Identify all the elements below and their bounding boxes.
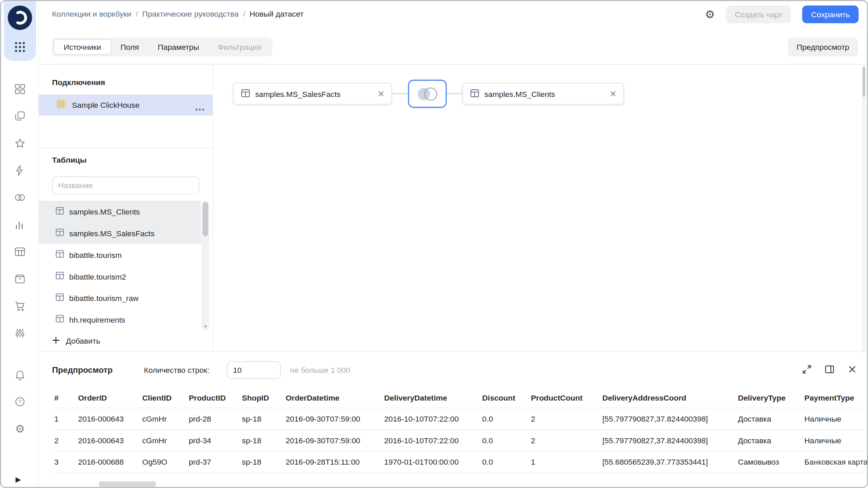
column-header: DeliveryType [738,393,804,402]
breadcrumb-separator: / [136,9,138,18]
table-icon [55,206,64,217]
add-table-button[interactable]: Добавить [52,331,100,350]
sources-side-panel: Подключения Sample ClickHouse Таблицы [39,65,213,351]
table-search-input[interactable] [52,177,199,194]
clickhouse-icon [57,99,66,111]
apps-grid-icon[interactable] [14,41,26,53]
table-list-item[interactable]: bibattle.tourism_raw [39,287,201,309]
rail-nav [14,83,26,339]
dock-preview-icon[interactable] [824,364,835,374]
notifications-bell-icon[interactable] [14,368,26,381]
table-cell: 0.0 [482,414,531,423]
table-cell: sp-18 [242,436,285,445]
help-icon[interactable]: ? [14,395,26,408]
connection-menu-dots-icon[interactable] [195,103,205,113]
table-icon [55,228,64,239]
table-icon [470,88,479,99]
table-name: samples.MS_Clients [69,207,140,216]
connections-title: Подключения [52,78,105,87]
row-count-input[interactable] [227,361,280,379]
save-button[interactable]: Сохранить [802,5,859,23]
table-cell: 0.0 [482,458,531,466]
remove-source-icon[interactable] [378,91,384,97]
source-node-salesfacts[interactable]: samples.MS_SalesFacts [233,83,392,105]
source-node-label: samples.MS_Clients [485,89,555,98]
breadcrumb: Коллекции и воркбуки / Практические руко… [52,9,303,18]
tab-fields[interactable]: Поля [111,39,149,55]
preview-toggle-button[interactable]: Предпросмотр [788,38,858,57]
connection-item-sample-clickhouse[interactable]: Sample ClickHouse [39,95,213,116]
table-cell: 1970-01-01T00:00:00 [384,458,482,466]
dataset-tabs: Источники Поля Параметры Фильтрация [52,38,272,57]
column-header: # [54,393,78,402]
table-name: bibattle.tourism [69,250,122,259]
marketplace-cart-icon[interactable] [14,300,26,312]
favorites-star-icon[interactable] [14,137,26,149]
storage-folder-icon[interactable] [14,273,26,285]
column-header: PaymentType [804,393,867,402]
column-header: OrderDatetime [285,393,384,402]
table-cell: 2016-000643 [78,414,142,423]
row-count-label: Количество строк: [144,366,210,374]
preview-table-header: #OrderIDClientIDProductIDShopIDOrderDate… [54,387,867,408]
table-cell: 2016-000688 [78,458,142,466]
close-preview-icon[interactable] [847,364,857,374]
table-list-item[interactable]: bibattle.tourism [39,244,201,266]
datalens-logo-icon[interactable] [8,5,32,30]
datasets-rings-icon[interactable] [14,191,26,204]
join-type-button[interactable] [408,80,447,108]
table-list-item[interactable]: bibattle.tourism2 [39,266,201,287]
tab-filtering[interactable]: Фильтрация [209,39,271,55]
table-cell: [55.797790827,37.824400398] [602,436,738,445]
table-cell: cGmHr [142,436,189,445]
table-name: hh.requirements [69,315,125,324]
source-node-clients[interactable]: samples.MS_Clients [462,83,624,105]
charts-bars-icon[interactable] [14,219,26,231]
table-cell: Доставка [738,436,804,445]
tables-grid-icon[interactable] [14,246,26,258]
rail-bottom-nav: ? ⚙ [14,368,26,435]
scroll-down-arrow-icon[interactable]: ▾ [201,324,209,329]
horizontal-scrollbar[interactable] [86,481,853,487]
table-list-item[interactable]: samples.MS_SalesFacts [39,222,201,244]
tab-parameters[interactable]: Параметры [148,39,208,55]
table-icon [55,293,64,303]
tab-sources[interactable]: Источники [54,39,111,55]
horizontal-scrollbar-thumb[interactable] [99,481,156,487]
column-header: ShopID [242,393,285,402]
tables-list: samples.MS_Clients samples.MS_SalesFacts… [39,201,213,330]
table-cell: cGmHr [142,414,189,423]
breadcrumb-current: Новый датасет [250,9,303,18]
expand-preview-icon[interactable] [802,364,812,374]
dashboards-icon[interactable] [14,83,26,95]
tables-scrollbar-thumb[interactable] [203,202,208,236]
breadcrumb-separator: / [243,9,245,18]
table-list-item[interactable]: samples.MS_Clients [39,201,201,223]
settings-gear-icon[interactable]: ⚙ [14,423,26,435]
expand-rail-icon[interactable]: ▶ [16,476,21,483]
table-cell: 0.0 [482,436,531,445]
preview-table-body: 12016-000643cGmHrprd-28sp-182016-09-30T0… [54,408,867,473]
table-list-item[interactable]: hh.requirements [39,309,201,330]
remove-source-icon[interactable] [610,91,616,97]
column-header: DeliveryDatetime [384,393,482,402]
table-cell: 2016-09-30T07:59:00 [285,414,384,423]
create-chart-button[interactable]: Создать чарт [726,5,791,23]
app-window: ? ⚙ ▶ Коллекции и воркбуки / Практически… [0,0,868,488]
tables-scrollbar[interactable]: ▾ [201,201,209,330]
services-sliders-icon[interactable] [14,327,26,339]
table-cell: 3 [54,458,78,466]
table-cell: 2016-000643 [78,436,142,445]
table-row: 32016-000688Og59Oprd-37sp-182016-09-28T1… [54,451,867,473]
column-header: OrderID [78,393,142,402]
page-scrollbar-thumb[interactable] [863,67,865,97]
collections-icon[interactable] [14,110,26,122]
preview-title: Предпросмотр [52,365,113,375]
dataset-settings-gear-icon[interactable]: ⚙ [705,9,715,20]
table-cell: Доставка [738,414,804,423]
connections-lightning-icon[interactable] [14,164,26,177]
table-cell: 2 [531,436,603,445]
breadcrumb-workbook[interactable]: Практические руководства [142,9,239,18]
column-header: ProductCount [531,393,603,402]
breadcrumb-collections[interactable]: Коллекции и воркбуки [52,9,131,18]
